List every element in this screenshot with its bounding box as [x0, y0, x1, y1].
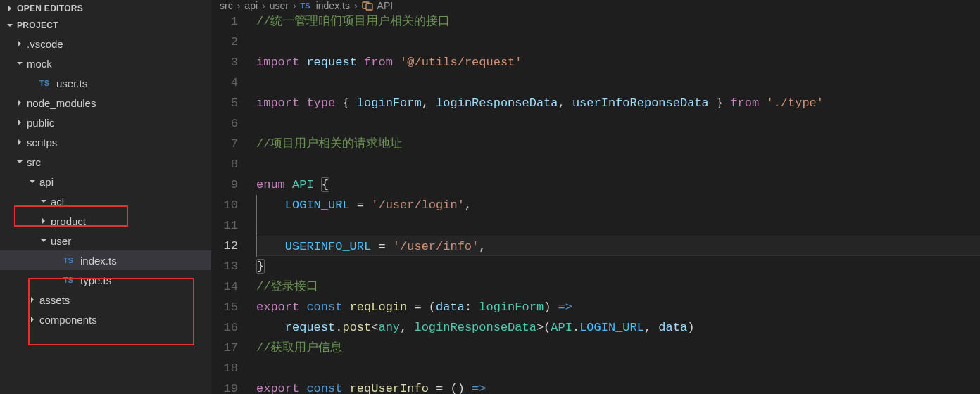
- chevron-down-icon: [38, 196, 49, 207]
- chevron-right-icon: [14, 136, 25, 148]
- chevron-right-icon: ›: [262, 0, 265, 11]
- chevron-right-icon: [14, 117, 25, 128]
- code-line[interactable]: //项目用户相关的请求地址: [256, 134, 980, 154]
- folder-item[interactable]: mock: [0, 53, 211, 73]
- chevron-down-icon: [4, 20, 15, 31]
- line-number: 11: [211, 215, 238, 236]
- file-item[interactable]: TStype.ts: [0, 270, 211, 290]
- code-line[interactable]: //获取用户信息: [256, 338, 980, 358]
- file-tree: .vscodemockTSuser.tsnode_modulespublicsc…: [0, 34, 211, 329]
- file-item[interactable]: TSindex.ts: [0, 250, 211, 270]
- code-line[interactable]: [256, 72, 980, 93]
- line-number: 19: [211, 379, 238, 394]
- code-line[interactable]: [256, 215, 980, 236]
- tree-item-label: assets: [39, 294, 70, 306]
- blank-icon: [27, 77, 38, 89]
- code-line[interactable]: import request from '@/utils/request': [256, 52, 980, 72]
- explorer-sidebar: OPEN EDITORS PROJECT .vscodemockTSuser.t…: [0, 0, 211, 394]
- breadcrumb[interactable]: src › api › user › TS index.ts › API: [211, 0, 980, 11]
- code-line[interactable]: export const reqLogin = (data: loginForm…: [256, 297, 980, 317]
- line-number: 4: [211, 72, 238, 93]
- line-number: 10: [211, 195, 238, 215]
- chevron-right-icon: ›: [354, 0, 358, 11]
- chevron-right-icon: [4, 3, 15, 14]
- code-line[interactable]: }: [256, 256, 980, 277]
- folder-item[interactable]: acl: [0, 191, 211, 211]
- line-number: 5: [211, 93, 238, 113]
- folder-item[interactable]: .vscode: [0, 34, 211, 53]
- breadcrumb-part[interactable]: src: [220, 0, 233, 11]
- code-line[interactable]: export const reqUserInfo = () =>: [256, 379, 980, 394]
- chevron-right-icon: ›: [237, 0, 241, 11]
- project-header[interactable]: PROJECT: [0, 17, 211, 34]
- project-label: PROJECT: [17, 20, 58, 30]
- tree-item-label: .vscode: [27, 38, 63, 50]
- line-number: 15: [211, 297, 238, 317]
- tree-item-label: api: [39, 176, 54, 188]
- tree-item-label: scritps: [27, 136, 57, 148]
- folder-item[interactable]: src: [0, 152, 211, 172]
- breadcrumb-part[interactable]: user: [270, 0, 289, 11]
- line-number: 8: [211, 154, 238, 174]
- line-number: 14: [211, 277, 238, 297]
- line-gutter: 12345678910111213141516171819: [211, 11, 256, 394]
- code-editor[interactable]: 12345678910111213141516171819 //统一管理咱们项目…: [211, 11, 980, 394]
- blank-icon: [51, 255, 62, 266]
- chevron-down-icon: [14, 156, 25, 167]
- folder-item[interactable]: product: [0, 211, 211, 231]
- breadcrumb-part[interactable]: api: [244, 0, 258, 11]
- open-editors-header[interactable]: OPEN EDITORS: [0, 0, 211, 17]
- open-editors-label: OPEN EDITORS: [17, 4, 83, 13]
- tree-item-label: acl: [51, 196, 64, 208]
- folder-item[interactable]: assets: [0, 290, 211, 310]
- enum-icon: [362, 0, 373, 11]
- chevron-right-icon: [14, 38, 25, 49]
- line-number: 6: [211, 113, 238, 134]
- code-area[interactable]: //统一管理咱们项目用户相关的接口import request from '@/…: [256, 11, 980, 394]
- tree-item-label: type.ts: [80, 274, 111, 286]
- chevron-down-icon: [27, 176, 38, 187]
- chevron-down-icon: [38, 235, 49, 246]
- line-number: 3: [211, 52, 238, 72]
- line-number: 7: [211, 134, 238, 154]
- chevron-right-icon: [27, 294, 38, 305]
- svg-rect-1: [366, 4, 372, 10]
- code-line[interactable]: enum API {: [256, 174, 980, 195]
- folder-item[interactable]: node_modules: [0, 93, 211, 113]
- breadcrumb-symbol[interactable]: API: [377, 0, 394, 11]
- breadcrumb-file[interactable]: index.ts: [316, 0, 350, 11]
- line-number: 17: [211, 338, 238, 358]
- code-line[interactable]: //统一管理咱们项目用户相关的接口: [256, 11, 980, 32]
- line-number: 12: [211, 236, 238, 256]
- ts-file-icon: TS: [39, 79, 52, 87]
- code-line[interactable]: [256, 32, 980, 52]
- code-line[interactable]: [256, 113, 980, 134]
- code-line[interactable]: //登录接口: [256, 277, 980, 297]
- folder-item[interactable]: components: [0, 310, 211, 329]
- chevron-right-icon: [27, 314, 38, 325]
- code-line[interactable]: LOGIN_URL = '/user/login',: [256, 195, 980, 215]
- code-line[interactable]: USERINFO_URL = '/user/info',: [256, 236, 980, 256]
- editor-pane: src › api › user › TS index.ts › API 123…: [211, 0, 980, 394]
- code-line[interactable]: [256, 154, 980, 174]
- ts-file-icon: TS: [63, 276, 76, 284]
- folder-item[interactable]: user: [0, 231, 211, 250]
- chevron-right-icon: [14, 97, 25, 108]
- tree-item-label: components: [39, 314, 97, 326]
- tree-item-label: index.ts: [80, 255, 117, 267]
- code-line[interactable]: [256, 358, 980, 379]
- chevron-right-icon: [38, 215, 49, 227]
- tree-item-label: public: [27, 117, 54, 129]
- code-line[interactable]: request.post<any, loginResponseData>(API…: [256, 317, 980, 338]
- tree-item-label: product: [51, 215, 86, 227]
- code-line[interactable]: import type { loginForm, loginResponseDa…: [256, 93, 980, 113]
- tree-item-label: user.ts: [56, 77, 87, 89]
- tree-item-label: src: [27, 156, 41, 168]
- ts-file-icon: TS: [63, 256, 76, 265]
- tree-item-label: user: [51, 235, 71, 247]
- folder-item[interactable]: scritps: [0, 132, 211, 152]
- folder-item[interactable]: api: [0, 172, 211, 191]
- folder-item[interactable]: public: [0, 113, 211, 132]
- file-item[interactable]: TSuser.ts: [0, 73, 211, 93]
- line-number: 13: [211, 256, 238, 277]
